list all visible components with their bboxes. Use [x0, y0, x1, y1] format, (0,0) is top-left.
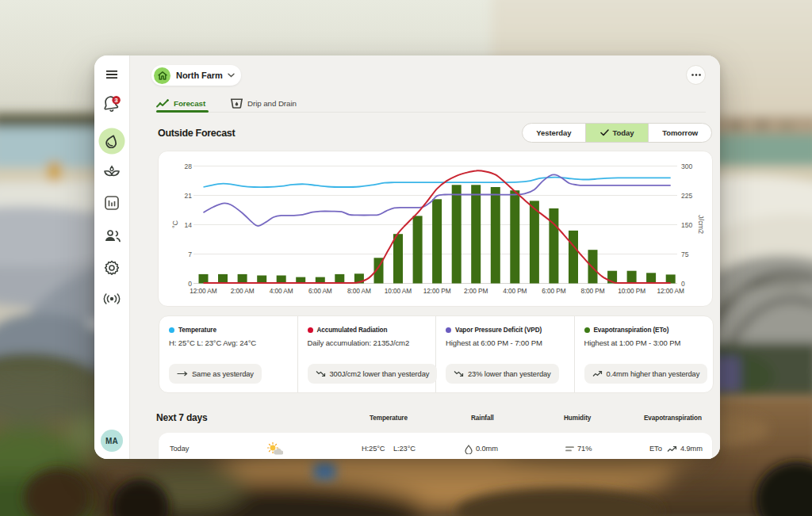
svg-text:8:00 AM: 8:00 AM — [347, 287, 371, 295]
svg-text:6:00 AM: 6:00 AM — [308, 287, 332, 295]
svg-text:7: 7 — [188, 250, 192, 258]
svg-text:12:00 AM: 12:00 AM — [657, 287, 684, 295]
svg-text:6:00 PM: 6:00 PM — [542, 287, 565, 295]
svg-text:4:00 PM: 4:00 PM — [503, 287, 527, 295]
svg-text:°C: °C — [171, 220, 179, 228]
svg-text:12:00 PM: 12:00 PM — [423, 287, 451, 295]
svg-text:225: 225 — [681, 192, 692, 200]
svg-text:10:00 AM: 10:00 AM — [385, 287, 412, 295]
svg-text:10:00 PM: 10:00 PM — [618, 287, 645, 295]
svg-text:J/cm2: J/cm2 — [697, 215, 705, 234]
svg-text:21: 21 — [185, 192, 193, 200]
svg-text:3: 3 — [114, 97, 118, 104]
svg-text:0: 0 — [681, 280, 685, 288]
svg-text:12:00 AM: 12:00 AM — [190, 287, 216, 295]
svg-text:4:00 AM: 4:00 AM — [270, 287, 293, 295]
svg-text:2:00 PM: 2:00 PM — [464, 287, 488, 295]
svg-text:28: 28 — [185, 162, 193, 170]
svg-text:0: 0 — [188, 280, 192, 288]
svg-text:150: 150 — [681, 221, 692, 229]
svg-text:300: 300 — [681, 162, 692, 170]
svg-text:2:00 AM: 2:00 AM — [231, 287, 255, 295]
svg-text:8:00 PM: 8:00 PM — [580, 287, 604, 295]
svg-text:75: 75 — [681, 250, 689, 258]
svg-text:14: 14 — [185, 221, 193, 229]
